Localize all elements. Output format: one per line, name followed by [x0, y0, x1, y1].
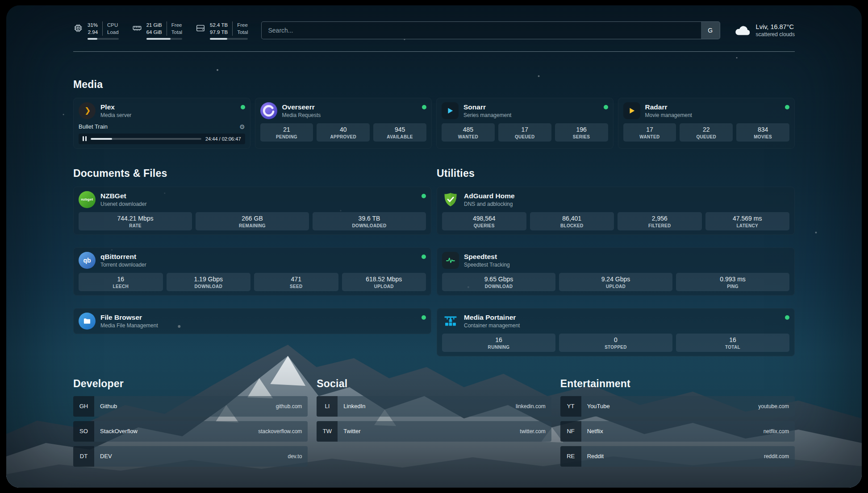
- stat-box: 618.52 MbpsUPLOAD: [342, 273, 426, 291]
- bookmark-github[interactable]: GH Github github.com: [73, 396, 308, 417]
- topbar-divider: [73, 51, 795, 52]
- section-developer: Developer GH Github github.com SO StackO…: [73, 378, 308, 471]
- stat-box: 744.21 MbpsRATE: [79, 212, 192, 230]
- service-subtitle: Movie management: [645, 112, 692, 118]
- service-card-qbittorrent[interactable]: qb qBittorrent Torrent downloader 16LEEC…: [73, 247, 431, 296]
- playback-progress-bar[interactable]: [91, 138, 201, 140]
- cloud-icon: [734, 25, 751, 37]
- service-subtitle: Media File Management: [100, 322, 158, 329]
- service-subtitle: Container management: [464, 322, 520, 329]
- bookmark-url: netflix.com: [764, 428, 789, 435]
- stat-box: 22QUEUED: [680, 123, 733, 142]
- bookmark-stackoverflow[interactable]: SO StackOverflow stackoverflow.com: [73, 421, 308, 442]
- documents-heading: Documents & Files: [73, 167, 431, 180]
- stat-box: 834MOVIES: [736, 123, 789, 142]
- divider: [167, 21, 167, 36]
- cpu-widget: 31% 2.94 CPU Load: [73, 21, 119, 40]
- status-dot-online: [421, 194, 426, 198]
- disk-total: 97.9 TB: [210, 29, 228, 36]
- service-card-portainer[interactable]: Media Portainer Container management 16R…: [437, 308, 795, 356]
- search-provider-button[interactable]: G: [701, 22, 720, 39]
- service-card-sonarr[interactable]: Sonarr Series management 485WANTED 17QUE…: [436, 98, 613, 149]
- cpu-label: CPU: [107, 21, 119, 29]
- search-input[interactable]: [261, 21, 720, 39]
- top-bar: 31% 2.94 CPU Load: [73, 5, 795, 40]
- bookmark-dev[interactable]: DT DEV dev.to: [73, 446, 308, 467]
- service-subtitle: Usenet downloader: [100, 201, 146, 207]
- bookmark-reddit[interactable]: RE Reddit reddit.com: [560, 446, 795, 467]
- memory-label: Free: [171, 21, 182, 29]
- bookmark-name: Reddit: [587, 453, 604, 460]
- cpu-label2: Load: [107, 29, 119, 36]
- service-card-speedtest[interactable]: Speedtest Speedtest Tracking 9.65 GbpsDO…: [437, 247, 795, 296]
- stat-box: 2,956FILTERED: [618, 212, 702, 230]
- service-card-filebrowser[interactable]: File Browser Media File Management: [73, 308, 431, 334]
- weather-condition: scattered clouds: [756, 31, 795, 38]
- gear-icon[interactable]: ⚙: [239, 123, 245, 130]
- bookmark-abbr: GH: [73, 396, 94, 417]
- bookmark-name: Twitter: [343, 428, 360, 435]
- stat-box: 16TOTAL: [676, 334, 789, 352]
- memory-widget: 21 GiB 64 GiB Free Total: [132, 21, 182, 40]
- disk-free: 52.4 TB: [210, 21, 228, 29]
- service-subtitle: Media Requests: [282, 112, 321, 118]
- bookmark-url: youtube.com: [758, 403, 789, 409]
- adguard-icon: [442, 191, 459, 208]
- service-title: Overseerr: [282, 103, 321, 111]
- status-dot-online: [422, 105, 426, 109]
- disk-widget: 52.4 TB 97.9 TB Free Total: [196, 21, 248, 40]
- bookmark-abbr: NF: [560, 421, 581, 442]
- stat-box: 196SERIES: [555, 123, 608, 142]
- bookmark-abbr: DT: [73, 446, 94, 467]
- disk-label: Free: [237, 21, 248, 29]
- playback-time: 24:44 / 02:06:47: [205, 136, 241, 142]
- service-title: Radarr: [645, 103, 692, 111]
- bookmark-linkedin[interactable]: LI LinkedIn linkedin.com: [317, 396, 551, 417]
- service-title: Plex: [100, 103, 131, 111]
- utilities-heading: Utilities: [437, 167, 795, 180]
- section-entertainment: Entertainment YT YouTube youtube.com NF …: [560, 378, 795, 471]
- pause-icon[interactable]: [83, 136, 87, 141]
- memory-total: 64 GiB: [146, 29, 162, 36]
- service-subtitle: DNS and adblocking: [464, 201, 515, 207]
- service-card-radarr[interactable]: Radarr Movie management 17WANTED 22QUEUE…: [618, 98, 795, 149]
- now-playing-title: Bullet Train: [79, 123, 108, 130]
- bookmark-twitter[interactable]: TW Twitter twitter.com: [317, 421, 551, 442]
- service-card-adguard[interactable]: AdGuard Home DNS and adblocking 498,564Q…: [437, 187, 795, 235]
- status-dot-online: [421, 315, 426, 320]
- service-subtitle: Torrent downloader: [100, 262, 146, 268]
- stat-box: 21PENDING: [260, 123, 313, 142]
- bookmark-abbr: SO: [73, 421, 94, 442]
- developer-heading: Developer: [73, 378, 308, 390]
- stat-box: 17QUEUED: [498, 123, 551, 142]
- disk-label2: Total: [237, 29, 248, 36]
- section-social: Social LI LinkedIn linkedin.com TW Twitt…: [317, 378, 551, 471]
- bookmark-abbr: LI: [317, 396, 338, 417]
- service-card-plex[interactable]: ❯ Plex Media server Bullet Train ⚙: [73, 98, 250, 149]
- service-card-nzbget[interactable]: nzbget NZBGet Usenet downloader 744.21 M…: [73, 187, 431, 235]
- social-heading: Social: [317, 378, 551, 390]
- bookmark-youtube[interactable]: YT YouTube youtube.com: [560, 396, 795, 417]
- stat-box: 0.993 msPING: [676, 273, 789, 291]
- speedtest-icon: [442, 252, 459, 269]
- stat-box: 945AVAILABLE: [373, 123, 426, 142]
- stat-box: 39.6 TBDOWNLOADED: [313, 212, 426, 230]
- service-card-overseerr[interactable]: Overseerr Media Requests 21PENDING 40APP…: [255, 98, 432, 149]
- service-title: AdGuard Home: [464, 192, 515, 200]
- weather-widget[interactable]: Lviv, 16.87°C scattered clouds: [734, 23, 795, 38]
- service-title: Sonarr: [463, 103, 511, 111]
- stat-box: 16LEECH: [79, 273, 163, 291]
- bookmark-netflix[interactable]: NF Netflix netflix.com: [560, 421, 795, 442]
- stat-box: 47.569 msLATENCY: [705, 212, 790, 230]
- stat-box: 9.65 GbpsDOWNLOAD: [442, 273, 555, 291]
- radarr-icon: [623, 102, 640, 119]
- section-media: Media ❯ Plex Media server Bullet Train ⚙: [73, 79, 795, 149]
- memory-free: 21 GiB: [146, 21, 162, 29]
- service-subtitle: Series management: [463, 112, 511, 118]
- nzbget-icon: nzbget: [79, 191, 96, 208]
- bookmark-abbr: YT: [560, 396, 581, 417]
- bookmark-url: twitter.com: [520, 428, 545, 435]
- service-subtitle: Speedtest Tracking: [464, 262, 510, 268]
- divider: [102, 21, 103, 36]
- service-title: NZBGet: [100, 192, 146, 200]
